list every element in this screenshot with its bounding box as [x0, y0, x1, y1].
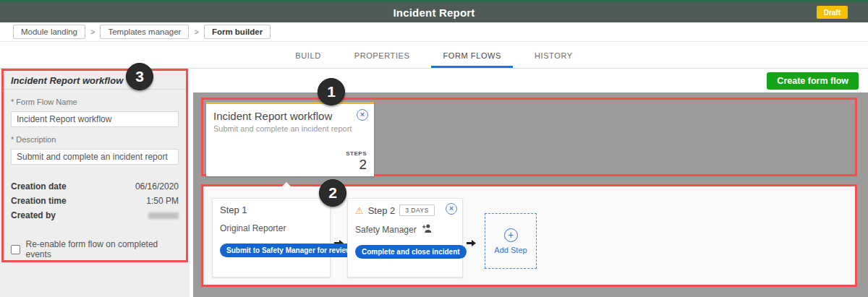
created-by-redacted-value — [148, 212, 179, 219]
breadcrumb-module-landing[interactable]: Module landing — [13, 25, 85, 39]
add-step-button[interactable]: + Add Step — [485, 213, 537, 269]
tab-properties[interactable]: PROPERTIES — [343, 42, 422, 68]
step-1-assignee: Original Reporter — [220, 223, 323, 233]
tab-history[interactable]: HISTORY — [523, 42, 584, 68]
creation-date-label: Creation date — [11, 181, 67, 191]
annotation-circle-3: 3 — [126, 63, 153, 90]
creation-time-row: Creation time 1:50 PM — [11, 194, 179, 208]
step-2-assignee-row: Safety Manager — [355, 224, 455, 235]
arrow-icon — [467, 237, 476, 250]
close-icon[interactable]: × — [357, 109, 368, 121]
step-2-assignee: Safety Manager — [355, 225, 417, 235]
steps-row: Step 1 Original Reporter Submit to Safet… — [212, 198, 537, 277]
flow-canvas: Incident Report workflow Submit and comp… — [193, 92, 868, 297]
steps-label: STEPS — [346, 150, 367, 157]
breadcrumb: Module landing > Templates manager > For… — [0, 22, 868, 42]
annotation-box-3: Incident Report workflow * Form Flow Nam… — [1, 69, 188, 262]
selected-card-notch — [280, 182, 293, 189]
close-icon[interactable]: × — [446, 203, 457, 215]
creation-date-value: 06/16/2020 — [135, 181, 179, 191]
tab-build[interactable]: BUILD — [284, 42, 332, 68]
creation-time-value: 1:50 PM — [146, 196, 179, 206]
step-2-duration-badge: 3 DAYS — [399, 205, 435, 216]
created-by-label: Created by — [11, 210, 56, 220]
form-flow-name-label: * Form Flow Name — [11, 98, 179, 106]
page-title: Incident Report — [393, 7, 475, 19]
steps-count: 2 — [359, 157, 367, 173]
breadcrumb-templates-manager[interactable]: Templates manager — [100, 25, 189, 39]
breadcrumb-separator: > — [90, 27, 95, 36]
breadcrumb-form-builder[interactable]: Form builder — [204, 25, 271, 39]
person-add-icon[interactable] — [421, 224, 432, 235]
plus-icon: + — [504, 228, 518, 242]
re-enable-checkbox[interactable] — [11, 245, 20, 254]
step-card-2[interactable]: ⚠ Step 2 3 DAYS × Safety Manager Complet… — [347, 198, 463, 277]
step-2-title: Step 2 — [368, 205, 396, 216]
step-1-header: Step 1 — [220, 205, 323, 215]
create-form-flow-button[interactable]: Create form flow — [767, 72, 859, 90]
re-enable-row: Re-enable form flow on completed events — [11, 239, 179, 259]
draft-status-badge[interactable]: Draft — [817, 6, 848, 19]
add-step-label: Add Step — [494, 246, 527, 254]
form-flow-sidebar: Incident Report workflow * Form Flow Nam… — [0, 69, 190, 297]
step-1-title: Step 1 — [220, 205, 247, 215]
step-2-action-button[interactable]: Complete and close incident — [355, 245, 467, 259]
creation-date-row: Creation date 06/16/2020 — [11, 179, 179, 194]
form-flows-main: Create form flow Incident Report workflo… — [190, 69, 868, 297]
sidebar-body: * Form Flow Name * Description Creation … — [4, 98, 186, 259]
warning-icon: ⚠ — [355, 206, 364, 215]
meta-block: Creation date 06/16/2020 Creation time 1… — [11, 179, 179, 223]
creation-time-label: Creation time — [11, 196, 67, 206]
workflow-card-title: Incident Report workflow — [213, 110, 367, 122]
created-by-row: Created by — [11, 208, 179, 223]
form-builder-page: Incident Report Draft Module landing > T… — [0, 0, 868, 297]
re-enable-checkbox-label: Re-enable form flow on completed events — [26, 239, 179, 259]
description-input[interactable] — [11, 149, 179, 165]
step-1-action-button[interactable]: Submit to Safety Manager for review — [220, 244, 358, 257]
annotation-box-2: Step 1 Original Reporter Submit to Safet… — [201, 184, 857, 287]
tab-form-flows[interactable]: FORM FLOWS — [431, 42, 513, 68]
step-card-1[interactable]: Step 1 Original Reporter Submit to Safet… — [212, 198, 331, 277]
tab-bar: BUILD PROPERTIES FORM FLOWS HISTORY — [0, 42, 868, 69]
form-flow-name-input[interactable] — [11, 111, 179, 127]
workflow-card-description: Submit and complete an incident report — [213, 124, 367, 133]
step-2-header: ⚠ Step 2 3 DAYS — [355, 205, 455, 216]
breadcrumb-separator: > — [194, 27, 198, 36]
annotation-box-1: Incident Report workflow Submit and comp… — [201, 98, 857, 176]
annotation-circle-2: 2 — [319, 179, 346, 207]
workflow-card[interactable]: Incident Report workflow Submit and comp… — [206, 102, 374, 176]
description-label: * Description — [11, 135, 179, 144]
titlebar: Incident Report Draft — [0, 2, 868, 22]
annotation-circle-1: 1 — [318, 78, 345, 106]
sidebar-title: Incident Report workflow — [4, 71, 186, 90]
